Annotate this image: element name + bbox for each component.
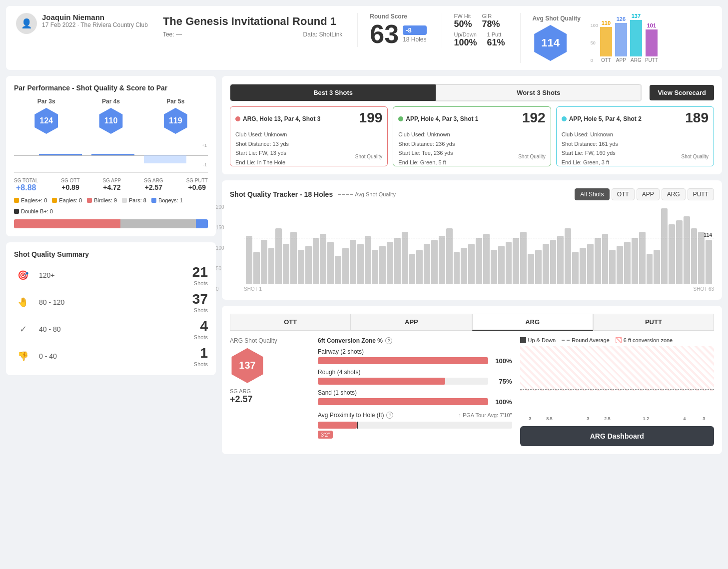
- par4-box: Par 4s 110: [98, 98, 124, 134]
- conversion-row: Rough (4 shots) 75%: [318, 369, 512, 385]
- arg-bar-item: 4: [677, 416, 693, 421]
- tracker-bar: [468, 244, 475, 284]
- summary-icon: 👎: [14, 347, 32, 365]
- player-date: 17 Feb 2022 · The Riviera Country Club: [42, 21, 148, 28]
- tracker-bar: [684, 216, 690, 284]
- tab-best-shots[interactable]: Best 3 Shots: [230, 84, 436, 101]
- arg-tab-arg[interactable]: ARG: [472, 314, 593, 331]
- arg-dashboard-button[interactable]: ARG Dashboard: [520, 426, 715, 446]
- tee-label: Tee: —: [163, 31, 182, 38]
- conversion-info-icon[interactable]: ?: [385, 337, 392, 344]
- arg-left: ARG Shot Quality 137 SG ARG +2.57: [230, 337, 310, 446]
- tracker-bar: [483, 234, 490, 283]
- header: 👤 Joaquin Niemann 17 Feb 2022 · The Rivi…: [6, 6, 722, 70]
- view-scorecard-button[interactable]: View Scorecard: [650, 85, 714, 100]
- sg-value: +0.89: [61, 183, 79, 191]
- x-start-label: SHOT 1: [244, 286, 262, 292]
- legend-dot: [14, 198, 19, 203]
- stats-section: FW Hit 50% GIR 78% Up/Down 100% 1 Putt 6…: [442, 13, 505, 48]
- avg-label: Avg Shot Quality: [355, 191, 396, 197]
- arg-right: Up & Down Round Average 6 ft conversion …: [520, 337, 715, 446]
- legend-dot: [14, 209, 19, 214]
- shot-card: APP, Hole 4, Par 3, Shot 1 192 Club Used…: [393, 106, 551, 166]
- dashed-line-icon: [338, 194, 353, 195]
- prox-bar: [318, 422, 512, 429]
- prox-label: Avg Proximity to Hole (ft) ? ↑ PGA Tour …: [318, 412, 512, 419]
- tracker-bar: [387, 242, 393, 283]
- legend-label: Birdies: 9: [94, 197, 117, 203]
- event-title: The Genesis Invitational Round 1: [163, 15, 342, 28]
- y-label: 200: [216, 204, 224, 210]
- arg-bar-item: 3: [696, 416, 712, 421]
- fw-hit-value: 50%: [454, 19, 472, 29]
- player-info: 👤 Joaquin Niemann 17 Feb 2022 · The Rivi…: [16, 13, 148, 34]
- tracker-bar: [669, 224, 675, 284]
- updown-value: 100%: [454, 37, 477, 48]
- tracker-bar: [372, 250, 378, 284]
- best-worst-tabs: Best 3 Shots Worst 3 Shots: [230, 84, 642, 101]
- sg-label: SG PUTT: [186, 178, 208, 183]
- tracker-bar: [498, 246, 505, 284]
- avg-indicator: Avg Shot Quality: [338, 191, 396, 197]
- shot-dot-icon: [562, 116, 567, 121]
- tracker-tabs: All ShotsOTTAPPARGPUTT: [575, 188, 714, 200]
- tracker-tab-ott[interactable]: OTT: [612, 188, 635, 200]
- shot-dot-icon: [398, 116, 403, 121]
- sg-row: SG TOTAL +8.88 SG OTT +0.89 SG APP +4.72…: [14, 178, 208, 192]
- tracker-bar: [246, 236, 252, 283]
- arg-middle: 6ft Conversion Zone % ? Fairway (2 shots…: [318, 337, 512, 446]
- conv-pct: 100%: [492, 357, 512, 365]
- conv-bar-fill: [318, 357, 488, 364]
- tracker-bar: [268, 248, 275, 284]
- holes-label: 18 Holes: [403, 36, 426, 43]
- shot-quality-summary-card: Shot Quality Summary 🎯 120+ 21 Shots 🤚 8…: [6, 242, 216, 375]
- arg-quality-label: ARG Shot Quality: [230, 337, 310, 344]
- par4-value: 110: [98, 108, 124, 134]
- tracker-bar: [639, 232, 646, 283]
- tracker-bar: [416, 250, 423, 284]
- tracker-header: Shot Quality Tracker - 18 Holes Avg Shot…: [230, 188, 714, 200]
- legend-label: Bogeys: 1: [158, 197, 183, 203]
- legend-dot: [52, 198, 57, 203]
- arg-tab-ott[interactable]: OTT: [230, 314, 351, 331]
- fw-hit-label: FW Hit: [454, 13, 472, 19]
- tracker-y-labels: 200150100500: [216, 204, 224, 292]
- tracker-bar: [320, 234, 326, 283]
- tracker-bar: [409, 254, 416, 284]
- summary-range: 0 - 40: [39, 352, 187, 360]
- tracker-tab-app[interactable]: APP: [637, 188, 660, 200]
- arg-card: OTTAPPARGPUTT ARG Shot Quality 137 SG AR…: [222, 306, 722, 454]
- summary-icon: 🎯: [14, 266, 32, 284]
- arg-tab-app[interactable]: APP: [351, 314, 472, 331]
- summary-shots-label: Shots: [192, 280, 208, 286]
- legend-label: Eagles+: 0: [21, 197, 47, 203]
- x-end-label: SHOT 63: [694, 286, 715, 292]
- legend-item: Pars: 8: [122, 197, 146, 203]
- prox-info-icon[interactable]: ?: [386, 412, 393, 419]
- conv-bar-bg: [318, 378, 488, 385]
- tab-worst-shots[interactable]: Worst 3 Shots: [436, 84, 641, 101]
- tracker-bar: [624, 242, 631, 283]
- shot-details: Club Used: Unknown Shot Distance: 161 yd…: [562, 130, 709, 161]
- tracker-bar: [283, 244, 289, 284]
- shot-card-title: APP, Hole 5, Par 4, Shot 2 189: [562, 112, 709, 126]
- avg-line: [244, 238, 714, 238]
- tracker-bar: [431, 240, 438, 283]
- tracker-tab-arg[interactable]: ARG: [662, 188, 686, 200]
- legend-label: Pars: 8: [129, 197, 146, 203]
- tracker-bar: [513, 238, 519, 283]
- shot-dot-icon: [235, 116, 240, 121]
- tracker-tab-putt[interactable]: PUTT: [688, 188, 714, 200]
- summary-title: Shot Quality Summary: [14, 250, 208, 258]
- one-putt-value: 61%: [487, 37, 505, 48]
- one-putt-label: 1 Putt: [487, 31, 505, 37]
- arg-avg-line: [520, 389, 715, 390]
- tracker-tab-all-shots[interactable]: All Shots: [575, 188, 609, 200]
- par4-label: Par 4s: [98, 98, 124, 105]
- legend-item: Double B+: 0: [14, 208, 53, 214]
- pga-avg: ↑ PGA Tour Avg: 7'10": [458, 412, 512, 418]
- arg-tab-putt[interactable]: PUTT: [593, 314, 714, 331]
- tracker-bar: [609, 250, 616, 284]
- summary-count: 4: [194, 318, 208, 334]
- avg-value-label: 114: [704, 232, 712, 238]
